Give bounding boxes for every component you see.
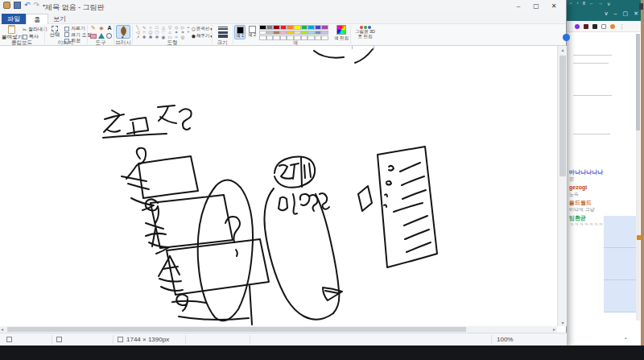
desktop-icon[interactable] — [637, 235, 642, 240]
table-row[interactable] — [604, 248, 638, 280]
sketch-stroke — [309, 163, 311, 177]
fill-tool[interactable]: ◈ — [98, 25, 105, 31]
browser-close-button[interactable]: ✕ — [634, 10, 638, 17]
scroll-right-icon[interactable]: ▸ — [553, 326, 555, 332]
size-button[interactable] — [216, 25, 230, 39]
extension-icon[interactable] — [584, 24, 588, 29]
vertical-scrollbar[interactable]: ▴ ▾ — [557, 46, 567, 326]
browser-toolbar-icon[interactable]: 8 — [583, 1, 585, 6]
browser-toolbar-icon[interactable]: ▫ — [570, 1, 572, 6]
sketch-stroke — [122, 176, 147, 181]
paint-window: ↶ ↷ ▾ 제목 없음 - 그림판 – ▢ ✕ 파일 홈 보기 붙여넣기 ✂ 잘… — [0, 0, 567, 346]
selection-size-icon — [56, 337, 62, 342]
extension-icon[interactable] — [610, 24, 615, 29]
palette-swatch[interactable] — [301, 25, 308, 30]
size-line-icon — [218, 28, 228, 30]
edit-colors-button[interactable] — [336, 25, 346, 35]
tab-home[interactable]: 홈 — [26, 14, 48, 24]
palette-swatch[interactable] — [287, 25, 294, 30]
palette-swatch[interactable] — [308, 25, 315, 30]
extension-icon[interactable] — [601, 24, 606, 29]
palette-swatch[interactable] — [266, 25, 274, 30]
palette-swatch[interactable] — [294, 31, 301, 35]
shape-fill-button[interactable]: ⬟ 채우기 ▾ — [192, 33, 212, 39]
sketch-stroke — [282, 177, 292, 179]
scroll-down-icon[interactable]: ▾ — [186, 30, 191, 35]
palette-swatch[interactable] — [294, 25, 301, 30]
scroll-top-icon[interactable]: ▴ — [625, 335, 627, 340]
tab-view[interactable]: 보기 — [48, 14, 71, 24]
palette-row — [259, 25, 328, 30]
select-button[interactable]: 선택 — [47, 26, 63, 39]
browser-menu-dots-icon[interactable]: ⋮ — [619, 23, 625, 30]
palette-swatch[interactable] — [287, 31, 294, 35]
extension-icon[interactable] — [592, 24, 597, 29]
chat-username[interactable]: 임환균 — [569, 215, 605, 221]
palette-swatch[interactable] — [315, 25, 322, 30]
color-picker-tool[interactable] — [98, 33, 105, 39]
browser-toolbar-icon[interactable]: ← — [589, 1, 594, 6]
chat-item: 바나나나나나관 — [569, 169, 605, 182]
browser-scrollbar[interactable] — [636, 34, 640, 321]
palette-swatch[interactable] — [280, 25, 287, 30]
palette-swatch[interactable] — [321, 25, 328, 30]
window-title: 제목 없음 - 그림판 — [45, 2, 105, 13]
extension-icon[interactable] — [575, 24, 580, 29]
shapes-scroll[interactable]: ▴ ▾ — [186, 25, 191, 35]
palette-swatch[interactable] — [308, 31, 315, 35]
paint3d-button[interactable]: 그림판 3D로 편집 — [354, 25, 376, 43]
shape-outline-button[interactable]: ⬠ 윤곽선 ▾ — [192, 26, 212, 31]
browser-menu-icon[interactable]: ∨ — [604, 10, 608, 17]
browser-toolbar-icon[interactable]: ◔ — [576, 1, 579, 6]
chat-username[interactable]: gezogi — [569, 184, 605, 191]
text-tool[interactable]: A — [106, 25, 113, 31]
browser-extensions-row: ⋮ — [567, 21, 641, 32]
scroll-left-icon[interactable]: ◂ — [1, 326, 3, 332]
color1-button[interactable]: 색 1 — [234, 25, 246, 39]
canvas-size-icon — [118, 337, 123, 342]
brushes-button[interactable]: ▾ — [116, 25, 130, 39]
eraser-tool[interactable] — [90, 34, 97, 39]
sketch-stroke — [146, 234, 166, 236]
palette-swatch[interactable] — [266, 31, 274, 35]
sketch-stroke — [158, 106, 175, 107]
browser-minimize-button[interactable]: – — [614, 10, 617, 17]
palette-swatch[interactable] — [280, 31, 287, 35]
palette-swatch[interactable] — [301, 31, 308, 35]
minimize-button[interactable]: – — [510, 0, 527, 12]
horizontal-scrollbar[interactable]: ◂ ▸ — [0, 326, 557, 333]
palette-swatch[interactable] — [315, 31, 322, 35]
browser-toolbar-icon[interactable]: → — [598, 1, 603, 6]
chat-username[interactable]: 바나나나나나 — [569, 169, 605, 176]
palette-swatch[interactable] — [273, 25, 280, 30]
redo-button[interactable]: ↷ — [34, 2, 40, 9]
undo-button[interactable]: ↶ — [24, 2, 31, 9]
tab-file[interactable]: 파일 — [2, 14, 26, 24]
magnifier-tool[interactable] — [106, 33, 112, 39]
vertical-scrollbar-thumb[interactable] — [559, 56, 566, 176]
desktop-icon[interactable] — [639, 3, 643, 10]
close-button[interactable]: ✕ — [545, 0, 563, 12]
palette-swatch[interactable] — [259, 25, 266, 30]
palette-swatch[interactable] — [273, 31, 280, 35]
divider — [350, 25, 351, 44]
sketch-stroke — [405, 230, 429, 239]
save-button[interactable] — [14, 2, 21, 9]
chat-username[interactable]: 올드월드 — [569, 200, 605, 206]
browser-maximize-button[interactable]: ▢ — [623, 10, 629, 17]
pencil-tool[interactable]: ✎ — [90, 25, 97, 31]
horizontal-scrollbar-thumb[interactable] — [7, 327, 466, 332]
paste-icon[interactable] — [8, 25, 15, 34]
maximize-button[interactable]: ▢ — [527, 0, 545, 12]
palette-swatch[interactable] — [259, 31, 266, 35]
browser-scrollbar-thumb[interactable] — [636, 34, 640, 130]
color2-button[interactable]: 색 2 — [246, 25, 258, 39]
browser-toolbar-icon[interactable]: ∨ — [607, 1, 610, 6]
notification-badge[interactable] — [563, 34, 570, 41]
table-row[interactable] — [604, 280, 638, 312]
palette-swatch[interactable] — [321, 31, 328, 35]
scroll-down-icon[interactable]: ▾ — [558, 320, 568, 325]
drawing-canvas[interactable] — [0, 46, 557, 326]
table-row[interactable] — [604, 216, 638, 248]
scroll-up-icon[interactable]: ▴ — [558, 47, 568, 52]
